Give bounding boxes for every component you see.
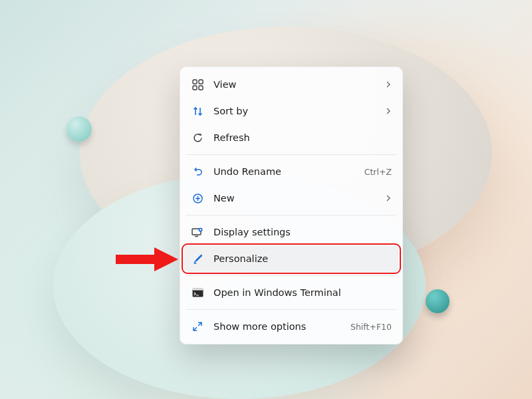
svg-rect-1 [199,80,203,84]
grid-icon [191,78,204,91]
chevron-right-icon [385,108,392,114]
menu-item-label: Undo Rename [213,166,359,177]
menu-separator [186,215,397,215]
terminal-icon [191,286,204,299]
menu-separator [186,154,397,155]
chevron-right-icon [385,195,392,201]
menu-item-open-terminal[interactable]: Open in Windows Terminal [184,279,398,306]
menu-separator [186,275,397,276]
refresh-icon [191,131,204,144]
menu-item-label: Sort by [213,106,385,116]
menu-item-label: Refresh [213,132,392,143]
svg-marker-10 [154,247,178,271]
svg-rect-0 [193,80,197,84]
plus-icon [191,192,204,205]
menu-item-show-more-options[interactable]: Show more options Shift+F10 [184,313,398,340]
desktop-context-menu: View Sort by Refresh [180,66,403,344]
desktop-wallpaper[interactable]: View Sort by Refresh [0,0,532,399]
menu-item-sort[interactable]: Sort by [184,98,398,124]
menu-separator [186,309,397,310]
menu-item-accelerator: Ctrl+Z [364,167,392,177]
svg-rect-8 [192,288,203,290]
wallpaper-shape [66,116,92,142]
svg-rect-3 [199,86,203,90]
svg-rect-2 [193,86,197,90]
menu-item-personalize[interactable]: Personalize [184,245,398,272]
menu-item-label: New [213,193,385,203]
menu-item-label: Open in Windows Terminal [213,287,392,298]
undo-icon [191,165,204,178]
menu-item-label: Personalize [213,253,392,264]
menu-item-display-settings[interactable]: Display settings [184,219,398,245]
menu-item-label: View [213,79,385,90]
menu-item-label: Show more options [213,321,345,332]
display-settings-icon [191,225,204,239]
menu-item-refresh[interactable]: Refresh [184,124,398,151]
menu-item-new[interactable]: New [184,185,398,211]
wallpaper-shape [426,289,450,313]
menu-item-undo[interactable]: Undo Rename Ctrl+Z [184,158,398,185]
menu-item-label: Display settings [213,227,392,237]
expand-icon [191,320,204,333]
menu-item-accelerator: Shift+F10 [350,322,392,332]
chevron-right-icon [385,81,392,88]
menu-item-view[interactable]: View [184,71,398,98]
sort-icon [191,104,204,118]
brush-icon [191,252,204,265]
annotation-arrow [113,246,180,273]
